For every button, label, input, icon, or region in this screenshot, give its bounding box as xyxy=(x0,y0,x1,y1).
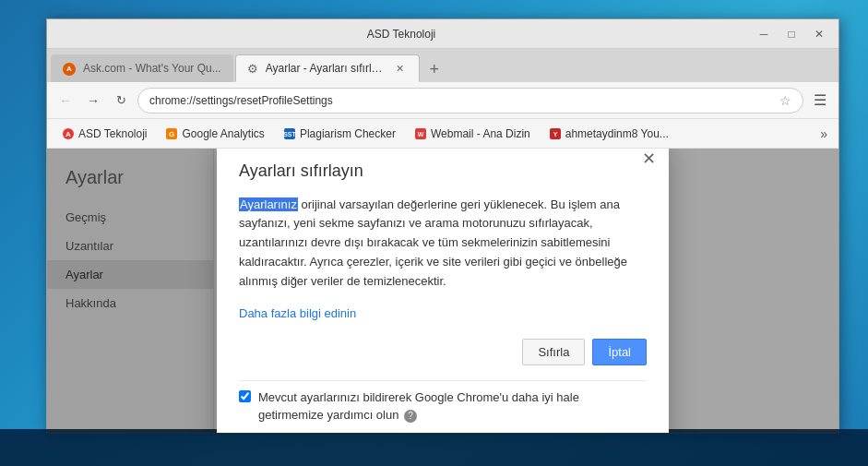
tab-label-settings: Ayarlar - Ayarları sıfırlayın xyxy=(266,62,387,75)
tab-label-ask: Ask.com - What's Your Qu... xyxy=(83,62,221,75)
bookmark-label-ga: Google Analytics xyxy=(182,127,264,140)
minimize-button[interactable]: ─ xyxy=(752,24,776,44)
tab-close-icon[interactable]: ✕ xyxy=(393,61,408,76)
bookmark-icon-ga: G xyxy=(165,127,178,140)
reload-button[interactable]: ↻ xyxy=(110,90,132,112)
bookmark-label-webmail: Webmail - Ana Dizin xyxy=(431,127,530,140)
tab-favicon-ask: A xyxy=(63,61,77,76)
bookmarks-bar: A ASD Teknoloji G Google Analytics SST P… xyxy=(47,119,838,149)
bookmark-star-icon[interactable]: ☆ xyxy=(779,93,791,108)
title-bar: ASD Teknoloji ─ □ ✕ xyxy=(47,19,838,49)
bookmark-ahmet[interactable]: Y ahmetaydinm8 You... xyxy=(541,125,676,143)
bookmark-icon-plagiarism: SST xyxy=(283,127,296,140)
report-checkbox-label: Mevcut ayarlarınızı bildirerek Google Ch… xyxy=(258,388,647,424)
address-bar: ← → ↻ chrome://settings/resetProfileSett… xyxy=(47,82,838,119)
reset-button[interactable]: Sıfırla xyxy=(522,339,585,365)
maximize-button[interactable]: □ xyxy=(779,24,803,44)
dialog-footer: Mevcut ayarlarınızı bildirerek Google Ch… xyxy=(239,380,647,424)
bookmark-icon-ahmet: Y xyxy=(549,127,562,140)
dialog-title: Ayarları sıfırlayın xyxy=(239,161,647,181)
bookmarks-more-button[interactable]: » xyxy=(816,125,831,143)
tab-ask[interactable]: A Ask.com - What's Your Qu... xyxy=(51,54,233,82)
svg-text:SST: SST xyxy=(283,131,296,137)
browser-window: ASD Teknoloji ─ □ ✕ A Ask.com - What's Y… xyxy=(46,18,839,434)
menu-button[interactable]: ☰ xyxy=(809,90,831,112)
bookmark-icon-asd: A xyxy=(62,127,75,140)
dialog-close-button[interactable]: ✕ xyxy=(642,150,656,167)
report-checkbox[interactable] xyxy=(239,390,251,402)
forward-button[interactable]: → xyxy=(82,90,104,112)
bookmark-label-ahmet: ahmetaydinm8 You... xyxy=(565,127,669,140)
bookmark-plagiarism[interactable]: SST Plagiarism Checker xyxy=(276,125,403,143)
dialog-body: Ayarlarınız orijinal varsayılan değerler… xyxy=(239,196,647,292)
bookmark-webmail[interactable]: W Webmail - Ana Dizin xyxy=(407,125,538,143)
close-button[interactable]: ✕ xyxy=(807,24,831,44)
svg-text:W: W xyxy=(418,131,424,137)
dialog-buttons: Sıfırla İptal xyxy=(239,339,647,365)
svg-text:A: A xyxy=(65,130,71,138)
learn-more-link[interactable]: Daha fazla bilgi edinin xyxy=(239,306,647,320)
bookmark-label-plagiarism: Plagiarism Checker xyxy=(300,127,396,140)
url-bar[interactable]: chrome://settings/resetProfileSettings ☆ xyxy=(137,88,803,114)
svg-text:Y: Y xyxy=(553,131,557,137)
new-tab-button[interactable]: + xyxy=(422,56,447,82)
dialog-body-text: orijinal varsayılan değerlerine geri yük… xyxy=(239,197,627,288)
back-button[interactable]: ← xyxy=(54,90,77,112)
reset-settings-dialog: ✕ Ayarları sıfırlayın Ayarlarınız orijin… xyxy=(217,149,669,433)
report-checkbox-wrap: Mevcut ayarlarınızı bildirerek Google Ch… xyxy=(239,388,647,424)
highlighted-text: Ayarlarınız xyxy=(239,197,298,211)
url-text: chrome://settings/resetProfileSettings xyxy=(149,94,779,107)
svg-text:G: G xyxy=(169,130,174,138)
bookmark-ga[interactable]: G Google Analytics xyxy=(158,125,271,143)
cancel-button[interactable]: İptal xyxy=(592,339,647,365)
taskbar xyxy=(0,429,868,466)
bookmark-asd[interactable]: A ASD Teknoloji xyxy=(54,125,154,143)
tab-settings[interactable]: ⚙ Ayarlar - Ayarları sıfırlayın ✕ xyxy=(235,54,420,82)
content-area: Ayarlar Geçmiş Uzantılar Ayarlar Hakkınd… xyxy=(47,149,838,433)
checkbox-label-text: Mevcut ayarlarınızı bildirerek Google Ch… xyxy=(258,390,579,423)
bookmark-icon-webmail: W xyxy=(414,127,427,140)
info-icon[interactable]: ? xyxy=(404,410,417,423)
modal-overlay: ✕ Ayarları sıfırlayın Ayarlarınız orijin… xyxy=(47,149,838,433)
tab-bar: A Ask.com - What's Your Qu... ⚙ Ayarlar … xyxy=(47,49,838,82)
bookmark-label-asd: ASD Teknoloji xyxy=(78,127,147,140)
window-title: ASD Teknoloji xyxy=(54,28,748,41)
tab-favicon-settings: ⚙ xyxy=(247,62,260,75)
